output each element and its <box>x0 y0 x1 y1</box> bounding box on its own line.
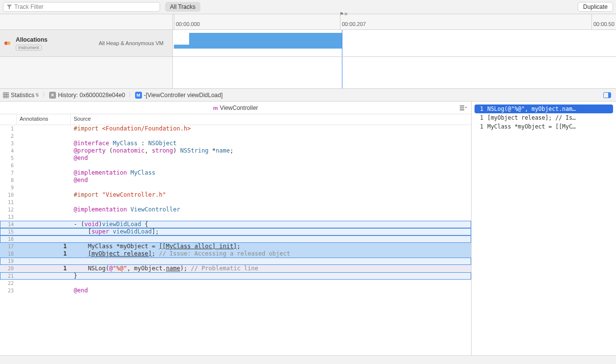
content: m ViewController Annotations Source 1#im… <box>0 102 616 355</box>
stack-row[interactable]: 1MyClass *myObject = [[MyC… <box>472 122 616 131</box>
line-number: 9 <box>0 184 17 191</box>
line-number: 17 <box>0 243 17 250</box>
source-text: @end <box>71 177 471 184</box>
svg-rect-2 <box>3 92 9 98</box>
source-text: [myObject release]; // Issue: Accessing … <box>71 250 471 258</box>
code-line[interactable]: 15 [super viewDidLoad]; <box>0 228 471 235</box>
file-name: ViewController <box>220 104 258 111</box>
chevron-right-icon: 〉 <box>128 91 134 99</box>
code-line[interactable]: 171 MyClass *myObject = [[MyClass alloc]… <box>0 243 471 250</box>
col-source[interactable]: Source <box>71 114 471 125</box>
close-circle-icon: ✕ <box>49 92 56 99</box>
track-header[interactable]: Allocations Instrument All Heap & Anonym… <box>0 30 173 56</box>
source-text: } <box>71 272 471 280</box>
code-line[interactable]: 12@implementation ViewController <box>0 206 471 213</box>
code-line[interactable]: 14- (void)viewDidLoad { <box>0 221 471 228</box>
line-number: 19 <box>0 258 17 265</box>
line-number: 22 <box>0 280 17 287</box>
stack-count: 1 <box>476 123 483 130</box>
source-text: [super viewDidLoad]; <box>71 228 471 235</box>
instrument-badge[interactable]: Instrument <box>16 45 42 51</box>
line-number: 6 <box>0 162 17 169</box>
code-line[interactable]: 16 <box>0 235 471 243</box>
updown-icon: ⇅ <box>35 93 39 98</box>
stack-text: [myObject release]; // Is… <box>487 114 576 121</box>
svg-rect-8 <box>608 93 611 98</box>
line-number: 1 <box>0 125 17 132</box>
source-panel: m ViewController Annotations Source 1#im… <box>0 102 472 355</box>
source-text: NSLog(@"%@", myObject.name); // Problema… <box>71 265 471 272</box>
stack-count: 1 <box>476 114 483 121</box>
stack-text: MyClass *myObject = [[MyC… <box>487 123 576 130</box>
annotation-count: 1 <box>17 243 71 250</box>
code-line[interactable]: 8@end <box>0 177 471 184</box>
code-line[interactable]: 1#import <Foundation/Foundation.h> <box>0 125 471 132</box>
line-number: 2 <box>0 132 17 140</box>
statistics-selector[interactable]: Statistics ⇅ <box>3 92 39 99</box>
line-number: 23 <box>0 287 17 294</box>
code-line[interactable]: 22 <box>0 280 471 287</box>
code-line[interactable]: 181 [myObject release]; // Issue: Access… <box>0 250 471 258</box>
line-number: 13 <box>0 213 17 221</box>
code-line[interactable]: 10#import "ViewController.h" <box>0 191 471 199</box>
code-line[interactable]: 21} <box>0 272 471 280</box>
track-graph[interactable] <box>173 30 616 56</box>
source-text: #import "ViewController.h" <box>71 191 471 199</box>
playhead-line <box>342 30 342 56</box>
code-line[interactable]: 11 <box>0 199 471 206</box>
code-line[interactable]: 3@interface MyClass : NSObject <box>0 140 471 147</box>
source-text: @implementation MyClass <box>71 169 471 177</box>
stack-row[interactable]: 1NSLog(@"%@", myObject.nam… <box>475 104 613 113</box>
breadcrumb-history[interactable]: ✕ History: 0x6000028e04e0 <box>49 92 125 99</box>
code-line[interactable]: 7@implementation MyClass <box>0 169 471 177</box>
line-number: 8 <box>0 177 17 184</box>
code-line[interactable]: 19 <box>0 258 471 265</box>
toolbar: Track Filter All Tracks Duplicate <box>0 0 616 14</box>
code-line[interactable]: 5@end <box>0 155 471 162</box>
allocation-bar <box>189 33 342 49</box>
code-line[interactable]: 13 <box>0 213 471 221</box>
source-text: @interface MyClass : NSObject <box>71 140 471 147</box>
track-title: Allocations <box>16 36 48 43</box>
file-header: m ViewController <box>0 102 471 114</box>
playhead-flag-icon: ⚑✕ <box>339 11 348 17</box>
code-line[interactable]: 23@end <box>0 287 471 294</box>
heaviest-stack-panel: 1NSLog(@"%@", myObject.nam…1[myObject re… <box>472 102 616 355</box>
code-line[interactable]: 9 <box>0 184 471 191</box>
stack-row[interactable]: 1[myObject release]; // Is… <box>472 113 616 122</box>
time-tick-label: 00:00.50 <box>593 21 615 27</box>
source-text: @end <box>71 287 471 294</box>
list-options-icon[interactable] <box>459 105 467 111</box>
code-line[interactable]: 4@property (nonatomic, strong) NSString … <box>0 147 471 155</box>
source-text: @implementation ViewController <box>71 206 471 213</box>
track-filter-input[interactable]: Track Filter <box>3 2 160 12</box>
time-tick-label: 00:00.000 <box>176 21 200 27</box>
line-number: 3 <box>0 140 17 147</box>
time-ruler: 00:00.00000:00.20700:00.50⚑✕ <box>0 14 616 30</box>
code-line[interactable]: 2 <box>0 132 471 140</box>
duplicate-button[interactable]: Duplicate <box>578 2 613 12</box>
breadcrumb-method[interactable]: M -[ViewController viewDidLoad] <box>135 92 223 99</box>
line-number: 5 <box>0 155 17 162</box>
code-line[interactable]: 201 NSLog(@"%@", myObject.name); // Prob… <box>0 265 471 272</box>
all-tracks-button[interactable]: All Tracks <box>165 2 200 12</box>
time-ruler-area[interactable]: 00:00.00000:00.20700:00.50⚑✕ <box>173 14 616 29</box>
source-text: @property (nonatomic, strong) NSString *… <box>71 147 471 155</box>
chevron-right-icon: 〉 <box>42 91 48 99</box>
line-number: 12 <box>0 206 17 213</box>
playhead[interactable]: ⚑✕ <box>339 11 347 30</box>
sidebar-toggle-icon[interactable] <box>601 92 613 98</box>
source-text: #import <Foundation/Foundation.h> <box>71 125 471 132</box>
line-number: 18 <box>0 250 17 258</box>
allocation-bar <box>174 45 190 49</box>
column-headers: Annotations Source <box>0 114 471 125</box>
line-number: 11 <box>0 199 17 206</box>
col-annotations[interactable]: Annotations <box>17 114 71 125</box>
breadcrumb-bar: Statistics ⇅ 〉 ✕ History: 0x6000028e04e0… <box>0 89 616 102</box>
code-area[interactable]: 1#import <Foundation/Foundation.h>23@int… <box>0 125 471 355</box>
annotation-count: 1 <box>17 265 71 272</box>
line-number: 14 <box>0 221 17 228</box>
code-line[interactable]: 6 <box>0 162 471 169</box>
source-text: MyClass *myObject = [[MyClass alloc] ini… <box>71 243 471 250</box>
line-number: 16 <box>0 235 17 243</box>
